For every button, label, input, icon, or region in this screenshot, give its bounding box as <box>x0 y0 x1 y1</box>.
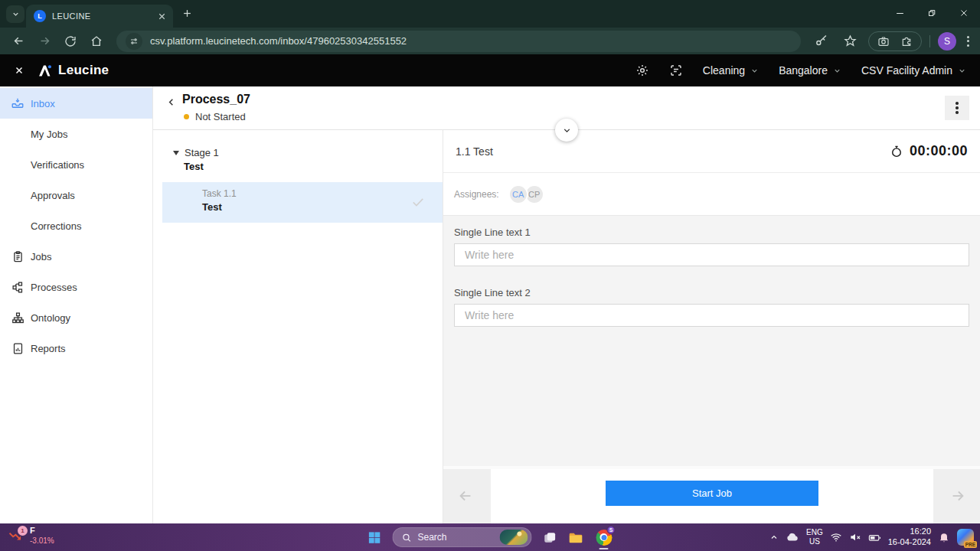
chevron-down-icon <box>833 67 841 75</box>
language-indicator[interactable]: ENG US <box>806 528 823 546</box>
windows-taskbar: 1 F -3.01% Search S <box>0 523 980 551</box>
tray-date: 16-04-2024 <box>888 537 931 548</box>
wifi-icon[interactable] <box>830 531 842 543</box>
hierarchy-tree-icon <box>11 311 24 324</box>
new-tab-button[interactable] <box>181 8 193 19</box>
browser-toolbar: csv.platform.leucinetech.com/inbox/47960… <box>0 28 980 54</box>
browser-tabstrip: L LEUCINE <box>0 0 980 28</box>
settings-gear-icon[interactable] <box>635 64 649 77</box>
sidebar-item-inbox[interactable]: Inbox <box>0 88 152 119</box>
role-dropdown[interactable]: CSV Facility Admin <box>861 64 966 77</box>
sidebar-item-verifications[interactable]: Verifications <box>0 149 152 180</box>
facility-dropdown[interactable]: Bangalore <box>779 64 841 77</box>
minimize-button[interactable] <box>884 0 916 26</box>
widget-notification-badge: 1 <box>18 526 28 536</box>
site-settings-icon[interactable] <box>126 33 142 50</box>
volume-muted-icon[interactable] <box>849 531 861 543</box>
sidebar-item-jobs[interactable]: Jobs <box>0 241 152 272</box>
chevron-down-icon <box>958 67 966 75</box>
search-icon <box>402 533 412 543</box>
notification-bell-icon[interactable] <box>938 531 950 543</box>
field-label: Single Line text 2 <box>454 287 969 298</box>
task-form: Single Line text 1 Single Line text 2 <box>443 215 980 337</box>
stage-header[interactable]: Stage 1 <box>153 147 443 158</box>
reload-icon[interactable] <box>60 31 81 52</box>
chrome-taskbar-button[interactable]: S <box>595 523 613 551</box>
browser-tab[interactable]: L LEUCINE <box>26 5 173 28</box>
sidebar-item-label: Verifications <box>31 159 84 171</box>
home-icon[interactable] <box>86 31 107 52</box>
task-name: Test <box>202 201 443 213</box>
tab-search-button[interactable] <box>6 5 24 23</box>
file-explorer-button[interactable] <box>568 530 584 546</box>
sidebar-item-my-jobs[interactable]: My Jobs <box>0 119 152 149</box>
sidebar-item-label: Corrections <box>31 220 81 232</box>
next-task-arrow-icon[interactable] <box>949 487 966 504</box>
url-text: csv.platform.leucinetech.com/inbox/47960… <box>150 35 407 47</box>
assignee-avatar[interactable]: CA <box>508 184 528 204</box>
brand-name: Leucine <box>58 63 109 78</box>
use-case-dropdown[interactable]: Cleaning <box>703 64 759 77</box>
tray-time: 16:20 <box>910 527 931 537</box>
single-line-text-2-input[interactable] <box>454 304 969 327</box>
tab-close-icon[interactable] <box>157 11 167 21</box>
task-footer: Start Job <box>443 466 980 523</box>
task-timer: 00:00:00 <box>890 143 968 159</box>
sidebar-close-icon[interactable] <box>14 65 24 76</box>
sidebar-item-label: Reports <box>31 343 66 354</box>
close-button[interactable] <box>948 0 980 26</box>
sidebar-item-label: Processes <box>31 282 77 293</box>
stock-change: -3.01% <box>30 536 54 546</box>
sidebar-item-label: Jobs <box>31 251 51 262</box>
sidebar-item-processes[interactable]: Processes <box>0 272 152 302</box>
status-text: Not Started <box>195 111 246 122</box>
url-bar[interactable]: csv.platform.leucinetech.com/inbox/47960… <box>116 31 801 52</box>
forward-nav-icon[interactable] <box>34 31 55 52</box>
screenshot-camera-icon[interactable] <box>877 35 890 47</box>
extensions-puzzle-icon[interactable] <box>900 35 913 47</box>
browser-menu-icon[interactable] <box>964 33 972 50</box>
sidebar-item-ontology[interactable]: Ontology <box>0 302 152 333</box>
task-check-icon <box>410 194 426 210</box>
taskbar-search-box[interactable]: Search <box>393 527 532 547</box>
facility-scan-icon[interactable] <box>669 64 683 77</box>
single-line-text-1-input[interactable] <box>454 243 969 266</box>
footer-action-area: Start Job <box>491 469 933 523</box>
stock-symbol: F <box>30 526 54 536</box>
assignees-label: Assignees: <box>454 189 499 200</box>
sidebar-item-label: My Jobs <box>31 129 67 140</box>
password-key-icon[interactable] <box>810 31 831 52</box>
stopwatch-icon <box>890 145 903 158</box>
process-menu-button[interactable] <box>945 96 969 120</box>
back-chevron-icon[interactable] <box>165 96 177 108</box>
flowchart-icon <box>11 281 24 294</box>
previous-task-arrow-icon[interactable] <box>457 487 474 504</box>
sidebar: Inbox My Jobs Verifications Approvals Co… <box>0 86 153 523</box>
sidebar-item-approvals[interactable]: Approvals <box>0 180 152 210</box>
copilot-button[interactable]: PRE <box>957 529 974 546</box>
stage-task-list: Stage 1 Test Task 1.1 Test <box>153 130 443 523</box>
clock[interactable]: 16:20 16-04-2024 <box>888 527 931 548</box>
bookmark-star-icon[interactable] <box>839 31 861 52</box>
stage-name: Test <box>153 161 443 172</box>
field-label: Single Line text 1 <box>454 227 969 238</box>
task-card[interactable]: Task 1.1 Test <box>162 182 443 223</box>
copilot-preview-badge: PRE <box>964 541 977 548</box>
app-header: Leucine Cleaning Bangalore CSV Facility … <box>0 54 980 86</box>
task-view-button[interactable] <box>543 530 557 545</box>
back-nav-icon[interactable] <box>8 31 29 52</box>
battery-icon[interactable] <box>868 531 881 544</box>
sidebar-item-corrections[interactable]: Corrections <box>0 210 152 241</box>
profile-avatar[interactable]: S <box>938 32 956 51</box>
onedrive-cloud-icon[interactable] <box>786 530 799 544</box>
collapse-header-button[interactable] <box>555 119 578 142</box>
start-button[interactable] <box>368 530 382 545</box>
start-job-button[interactable]: Start Job <box>606 481 818 506</box>
process-status: Not Started <box>184 111 246 122</box>
sidebar-item-reports[interactable]: Reports <box>0 333 152 364</box>
toolbar-extensions-pill <box>868 31 922 51</box>
tray-chevron-up-icon[interactable] <box>769 533 779 542</box>
tab-favicon: L <box>34 10 46 22</box>
restore-button[interactable] <box>916 0 948 26</box>
widgets-button[interactable]: 1 F -3.01% <box>8 526 54 546</box>
